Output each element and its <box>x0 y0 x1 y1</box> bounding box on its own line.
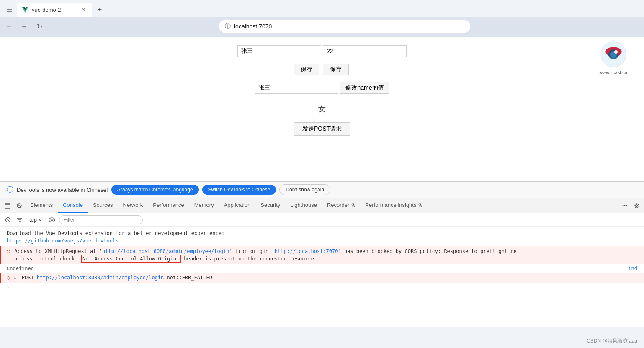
svg-point-10 <box>623 205 624 206</box>
tab-recorder-label: Recorder <box>327 202 349 208</box>
console-message-post-error: ◯ ► POST http://localhost:8080/admin/emp… <box>0 273 644 283</box>
tab-application-label: Application <box>224 202 251 208</box>
tab-lighthouse-label: Lighthouse <box>290 202 317 208</box>
svg-line-16 <box>7 219 9 221</box>
tab-sources[interactable]: Sources <box>88 198 118 213</box>
tab-lighthouse[interactable]: Lighthouse <box>285 198 322 213</box>
error-icon-post: ◯ <box>7 275 10 281</box>
filter-icon-button[interactable] <box>15 215 24 224</box>
url-text: localhost:7070 <box>234 23 464 30</box>
cors-text-before: Access to XMLHttpRequest at ' <box>14 248 102 254</box>
banner-text: DevTools is now available in Chinese! <box>17 187 108 193</box>
console-message-cors-error: ◯ Access to XMLHttpRequest at 'http://lo… <box>0 246 644 264</box>
tab-network[interactable]: Network <box>118 198 148 213</box>
tab-list-button[interactable] <box>3 4 15 15</box>
expand-arrow: ► <box>14 276 17 280</box>
dismiss-banner-button[interactable]: Don't show again <box>279 184 330 195</box>
tab-recorder[interactable]: Recorder ⚗ <box>322 198 360 213</box>
devtools-tabs: Elements Console Sources Network Perform… <box>0 198 644 213</box>
devtools-settings-button[interactable] <box>631 200 642 211</box>
tab-sources-label: Sources <box>93 202 113 208</box>
cors-text-mid1: ' from origin ' <box>229 248 274 254</box>
tab-console-label: Console <box>63 202 83 208</box>
svg-point-18 <box>51 219 53 221</box>
tab-elements[interactable]: Elements <box>25 198 58 213</box>
console-chevron-row: › <box>0 283 644 291</box>
vue-devtools-link[interactable]: https://github.com/vuejs/vue-devtools <box>7 238 118 244</box>
forward-button[interactable]: → <box>18 21 30 32</box>
tab-perf-insights-label: Performance insights <box>365 202 416 208</box>
tab-title: vue-demo-2 <box>32 7 76 13</box>
back-button[interactable]: ← <box>3 21 15 32</box>
devtools-banner: ⓘ DevTools is now available in Chinese! … <box>0 181 644 198</box>
console-message-vue-devtools: Download the Vue Devtools extension for … <box>0 228 644 246</box>
name-age-row <box>237 45 407 57</box>
tab-console[interactable]: Console <box>58 198 88 213</box>
console-output: Download the Vue Devtools extension for … <box>0 227 644 327</box>
tab-close-button[interactable]: ✕ <box>80 6 87 13</box>
watermark: CSDN @清风微凉 aaa <box>587 338 637 345</box>
secure-icon: ⓘ <box>225 23 231 30</box>
devtools-close-button[interactable] <box>13 200 25 211</box>
devtools-panel: Elements Console Sources Network Perform… <box>0 198 644 327</box>
svg-point-17 <box>49 218 55 222</box>
tab-perf-insights[interactable]: Performance insights ⚗ <box>360 198 427 213</box>
console-toolbar: top <box>0 213 644 227</box>
svg-line-9 <box>18 204 21 207</box>
name-input[interactable] <box>237 45 321 57</box>
tab-application[interactable]: Application <box>219 198 256 213</box>
page-content: 保存 保存 修改name的值 女 发送POST请求 www.itcast.cn <box>0 37 644 181</box>
error-icon-cors: ◯ <box>7 248 10 254</box>
devtools-more-button[interactable] <box>619 200 631 211</box>
switch-language-button[interactable]: Switch DevTools to Chinese <box>202 185 276 195</box>
vue-devtools-text: Download the Vue Devtools extension for … <box>7 230 224 236</box>
undefined-text: undefined <box>7 266 34 271</box>
tab-performance[interactable]: Performance <box>148 198 189 213</box>
new-tab-button[interactable]: + <box>94 4 106 15</box>
name2-row: 修改name的值 <box>255 82 389 94</box>
post-error-content: ◯ ► POST http://localhost:8080/admin/emp… <box>7 274 212 281</box>
top-context-dropdown[interactable]: top <box>27 216 45 224</box>
post-url-link[interactable]: http://localhost:8080/admin/employee/log… <box>37 275 164 281</box>
cors-text-line2-prefix: access control check: No 'Access-Control… <box>7 256 317 262</box>
save-button-2[interactable]: 保存 <box>323 64 349 75</box>
eye-button[interactable] <box>47 215 57 224</box>
age-input[interactable] <box>323 45 407 57</box>
active-tab[interactable]: vue-demo-2 ✕ <box>17 3 92 17</box>
svg-point-11 <box>624 205 626 206</box>
svg-point-13 <box>636 204 638 206</box>
clear-console-button[interactable] <box>3 215 13 224</box>
console-filter-input[interactable] <box>59 215 143 224</box>
reload-button[interactable]: ↻ <box>33 21 45 32</box>
logo-site-text: www.itcast.cn <box>599 70 627 75</box>
svg-point-14 <box>634 204 639 208</box>
console-undefined: undefined ind <box>0 264 644 273</box>
undefined-right: ind <box>628 266 637 271</box>
url-bar[interactable]: ⓘ localhost:7070 <box>219 20 470 33</box>
modify-name-button[interactable]: 修改name的值 <box>340 82 389 94</box>
tab-bar: vue-demo-2 ✕ + <box>0 0 644 17</box>
cors-link2[interactable]: http://localhost:7070 <box>275 248 338 254</box>
page-main: 保存 保存 修改name的值 女 发送POST请求 <box>0 37 644 144</box>
post-button[interactable]: 发送POST请求 <box>294 122 350 136</box>
save-button-1[interactable]: 保存 <box>294 64 319 75</box>
tab-security[interactable]: Security <box>255 198 285 213</box>
tab-network-label: Network <box>123 202 143 208</box>
tab-memory-label: Memory <box>194 202 214 208</box>
post-suffix: net::ERR_FAILED <box>167 275 212 281</box>
top-label: top <box>29 217 37 223</box>
match-language-button[interactable]: Always match Chrome's language <box>111 185 199 195</box>
tab-performance-label: Performance <box>153 202 184 208</box>
browser-chrome: vue-demo-2 ✕ + ← → ↻ ⓘ localhost:7070 <box>0 0 644 37</box>
tab-favicon <box>22 6 28 13</box>
devtools-dock-button[interactable] <box>2 200 13 211</box>
console-chevron: › <box>7 285 9 290</box>
post-prefix: POST <box>22 275 37 281</box>
name2-input[interactable] <box>255 82 338 94</box>
svg-rect-6 <box>5 203 10 208</box>
address-bar: ← → ↻ ⓘ localhost:7070 <box>0 17 644 37</box>
tab-memory[interactable]: Memory <box>189 198 219 213</box>
svg-point-5 <box>614 50 618 54</box>
cors-link1[interactable]: http://localhost:8080/admin/employee/log… <box>102 248 229 254</box>
info-icon: ⓘ <box>7 186 13 194</box>
